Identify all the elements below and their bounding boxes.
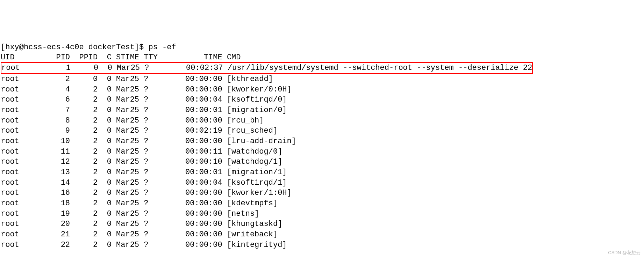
process-row: root 11 2 0 Mar25 ? 00:00:11 [watchdog/0…: [1, 147, 643, 157]
process-header: UID PID PPID C STIME TTY TIME CMD: [1, 52, 643, 63]
process-row: root 12 2 0 Mar25 ? 00:00:10 [watchdog/1…: [1, 157, 643, 167]
process-row: root 21 2 0 Mar25 ? 00:00:00 [writeback]: [1, 229, 643, 240]
process-row-highlighted: root 1 0 0 Mar25 ? 00:02:37 /usr/lib/sys…: [1, 62, 533, 74]
process-row: root 9 2 0 Mar25 ? 00:02:19 [rcu_sched]: [1, 126, 643, 136]
process-row: root 20 2 0 Mar25 ? 00:00:00 [khungtaskd…: [1, 219, 643, 229]
process-row: root 2 0 0 Mar25 ? 00:00:00 [kthreadd]: [1, 74, 643, 84]
process-row: root 10 2 0 Mar25 ? 00:00:00 [lru-add-dr…: [1, 136, 643, 147]
process-row: root 14 2 0 Mar25 ? 00:00:04 [ksoftirqd/…: [1, 178, 643, 188]
prompt-line: [hxy@hcss-ecs-4c0e dockerTest]$ ps -ef: [1, 42, 643, 53]
process-row: root 16 2 0 Mar25 ? 00:00:00 [kworker/1:…: [1, 188, 643, 198]
process-row: root 13 2 0 Mar25 ? 00:00:01 [migration/…: [1, 167, 643, 178]
terminal-output: [hxy@hcss-ecs-4c0e dockerTest]$ ps -efUI…: [1, 42, 643, 250]
process-row: root 4 2 0 Mar25 ? 00:00:00 [kworker/0:0…: [1, 84, 643, 95]
process-row: root 22 2 0 Mar25 ? 00:00:00 [kintegrity…: [1, 240, 643, 250]
watermark-text: CSDN @花想云: [608, 250, 641, 256]
process-row: root 7 2 0 Mar25 ? 00:00:01 [migration/0…: [1, 105, 643, 116]
process-row: root 6 2 0 Mar25 ? 00:00:04 [ksoftirqd/0…: [1, 95, 643, 105]
process-row: root 8 2 0 Mar25 ? 00:00:00 [rcu_bh]: [1, 116, 643, 126]
process-row: root 18 2 0 Mar25 ? 00:00:00 [kdevtmpfs]: [1, 198, 643, 209]
process-row: root 19 2 0 Mar25 ? 00:00:00 [netns]: [1, 209, 643, 219]
